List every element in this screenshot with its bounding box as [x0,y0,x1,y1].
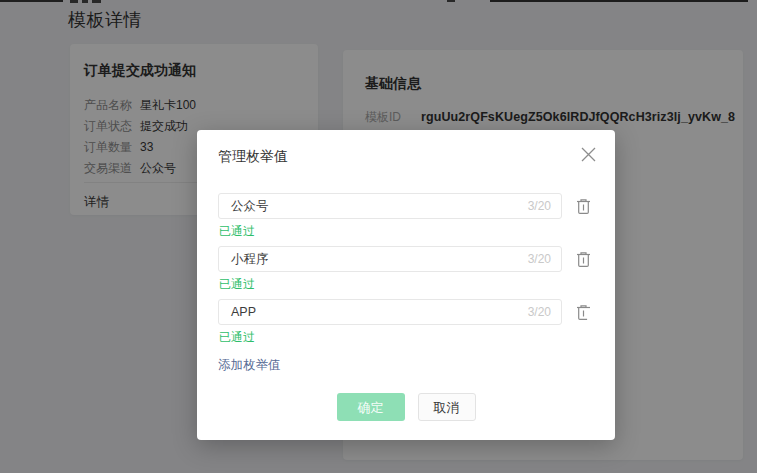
enum-value-text: 公众号 [231,198,269,215]
delete-enum-button[interactable] [573,302,593,322]
enum-row: 公众号 3/20 [218,193,594,219]
cancel-button[interactable]: 取消 [418,393,476,421]
enum-value-text: 小程序 [231,251,269,268]
add-enum-value-link[interactable]: 添加枚举值 [218,358,281,373]
enum-item: 小程序 3/20 已通过 [218,246,594,292]
trash-icon [576,251,591,268]
manage-enum-values-dialog: 管理枚举值 公众号 3/20 已通过 [197,130,615,440]
enum-item: 公众号 3/20 已通过 [218,193,594,239]
confirm-button[interactable]: 确定 [337,393,405,421]
enum-status-approved: 已通过 [219,224,594,239]
delete-enum-button[interactable] [573,196,593,216]
char-counter: 3/20 [528,252,551,266]
char-counter: 3/20 [528,305,551,319]
enum-row: APP 3/20 [218,299,594,325]
enum-status-approved: 已通过 [219,277,594,292]
dialog-footer: 确定 取消 [218,393,594,421]
dialog-title: 管理枚举值 [218,146,594,166]
enum-value-input[interactable]: APP 3/20 [218,299,562,325]
enum-value-text: APP [231,305,256,319]
template-detail-page: 模板详情 订单提交成功通知 产品名称 星礼卡100 订单状态 提交成功 订单数量… [0,0,757,473]
enum-value-list: 公众号 3/20 已通过 小程序 3/20 [218,193,594,373]
delete-enum-button[interactable] [573,249,593,269]
close-icon [580,146,597,163]
enum-value-input[interactable]: 小程序 3/20 [218,246,562,272]
char-counter: 3/20 [528,199,551,213]
close-button[interactable] [578,144,598,164]
trash-icon [576,198,591,215]
enum-row: 小程序 3/20 [218,246,594,272]
enum-status-approved: 已通过 [219,330,594,345]
trash-icon [576,304,591,321]
enum-item: APP 3/20 已通过 [218,299,594,345]
enum-value-input[interactable]: 公众号 3/20 [218,193,562,219]
